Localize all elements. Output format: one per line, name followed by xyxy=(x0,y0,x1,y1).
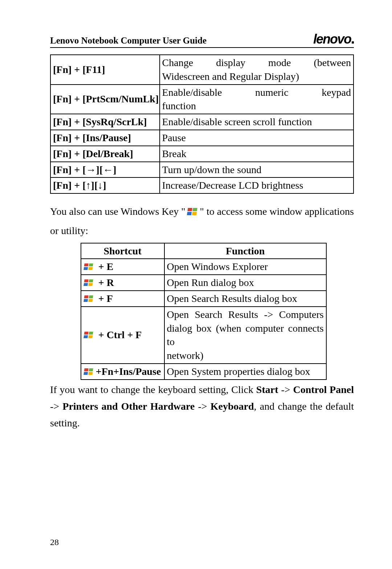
svg-rect-4 xyxy=(84,263,88,266)
fn-shortcuts-table: [Fn] + [F11] Change display mode (betwee… xyxy=(50,54,354,194)
table-row: [Fn] + [PrtScm/NumLk] Enable/disable num… xyxy=(50,85,354,114)
svg-rect-2 xyxy=(187,212,191,215)
windows-key-icon xyxy=(83,293,94,302)
svg-rect-11 xyxy=(88,283,93,286)
svg-rect-3 xyxy=(192,212,196,215)
windows-key-icon xyxy=(83,366,94,375)
header-title: Lenovo Notebook Computer User Guide xyxy=(50,36,207,46)
svg-rect-16 xyxy=(84,332,88,335)
svg-rect-17 xyxy=(89,332,93,335)
col-header-function: Function xyxy=(164,243,326,259)
win-shortcut-cell: +Fn+Ins/Pause xyxy=(81,364,164,380)
fn-key-cell: [Fn] + [F11] xyxy=(50,55,160,85)
svg-rect-0 xyxy=(187,208,192,211)
svg-rect-13 xyxy=(89,295,93,298)
svg-rect-12 xyxy=(84,295,88,298)
windows-key-icon xyxy=(187,204,199,213)
fn-desc-cell: Change display mode (between Widescreen … xyxy=(160,55,354,85)
win-func-cell: Open Run dialog box xyxy=(164,275,326,291)
svg-rect-6 xyxy=(83,267,88,270)
table-row: + E Open Windows Explorer xyxy=(81,259,326,275)
fn-desc-cell: Break xyxy=(160,146,354,162)
table-row: [Fn] + [→][←] Turn up/down the sound xyxy=(50,162,354,178)
fn-key-cell: [Fn] + [SysRq/ScrLk] xyxy=(50,114,160,130)
table-row: + Ctrl + F Open Search Results -> Comput… xyxy=(81,307,326,364)
table-row: [Fn] + [F11] Change display mode (betwee… xyxy=(50,55,354,85)
svg-rect-9 xyxy=(89,279,93,282)
fn-desc-cell: Increase/Decrease LCD brightness xyxy=(160,177,354,193)
fn-key-cell: [Fn] + [→][←] xyxy=(50,162,160,178)
windows-key-icon xyxy=(83,329,94,338)
table-row: [Fn] + [Ins/Pause] Pause xyxy=(50,130,354,146)
page-header: Lenovo Notebook Computer User Guide leno… xyxy=(50,33,354,48)
windows-key-intro-text: You also can use Windows Key "" to acces… xyxy=(50,202,354,240)
col-header-shortcut: Shortcut xyxy=(81,243,164,259)
fn-desc-cell: Enable/disable numeric keypad function xyxy=(160,85,354,114)
win-func-cell: Open System properties dialog box xyxy=(164,364,326,380)
win-shortcut-cell: + E xyxy=(81,259,164,275)
fn-key-cell: [Fn] + [PrtScm/NumLk] xyxy=(50,85,160,114)
keyboard-setting-text: If you want to change the keyboard setti… xyxy=(50,381,354,432)
svg-rect-18 xyxy=(83,335,88,338)
fn-key-cell: [Fn] + [Del/Break] xyxy=(50,146,160,162)
fn-desc-cell: Enable/disable screen scroll function xyxy=(160,114,354,130)
windows-shortcuts-table: Shortcut Function + E Open Windows Explo… xyxy=(81,243,327,380)
svg-rect-23 xyxy=(88,372,93,375)
svg-rect-20 xyxy=(84,368,88,371)
svg-rect-8 xyxy=(84,279,88,282)
svg-rect-10 xyxy=(83,283,88,286)
windows-key-icon xyxy=(83,261,94,270)
svg-rect-5 xyxy=(89,263,93,266)
win-shortcut-cell: + Ctrl + F xyxy=(81,307,164,364)
table-header-row: Shortcut Function xyxy=(81,243,326,259)
svg-rect-1 xyxy=(192,208,197,211)
win-func-cell: Open Search Results dialog box xyxy=(164,291,326,307)
table-row: + F Open Search Results dialog box xyxy=(81,291,326,307)
table-row: [Fn] + [SysRq/ScrLk] Enable/disable scre… xyxy=(50,114,354,130)
fn-desc-cell: Pause xyxy=(160,130,354,146)
fn-key-cell: [Fn] + [Ins/Pause] xyxy=(50,130,160,146)
fn-desc-cell: Turn up/down the sound xyxy=(160,162,354,178)
windows-key-icon xyxy=(83,277,94,286)
table-row: [Fn] + [Del/Break] Break xyxy=(50,146,354,162)
table-row: [Fn] + [↑][↓] Increase/Decrease LCD brig… xyxy=(50,177,354,193)
lenovo-logo: lenovo xyxy=(313,33,354,46)
svg-rect-21 xyxy=(89,368,93,371)
fn-key-cell: [Fn] + [↑][↓] xyxy=(50,177,160,193)
win-shortcut-cell: + F xyxy=(81,291,164,307)
svg-rect-14 xyxy=(83,299,88,302)
svg-rect-19 xyxy=(88,335,93,338)
win-func-cell: Open Search Results -> Computers dialog … xyxy=(164,307,326,364)
svg-rect-15 xyxy=(88,299,93,302)
svg-rect-22 xyxy=(83,372,88,375)
win-shortcut-cell: + R xyxy=(81,275,164,291)
table-row: + R Open Run dialog box xyxy=(81,275,326,291)
page-number: 28 xyxy=(50,537,59,547)
svg-rect-7 xyxy=(88,267,93,270)
win-func-cell: Open Windows Explorer xyxy=(164,259,326,275)
table-row: +Fn+Ins/Pause Open System properties dia… xyxy=(81,364,326,380)
